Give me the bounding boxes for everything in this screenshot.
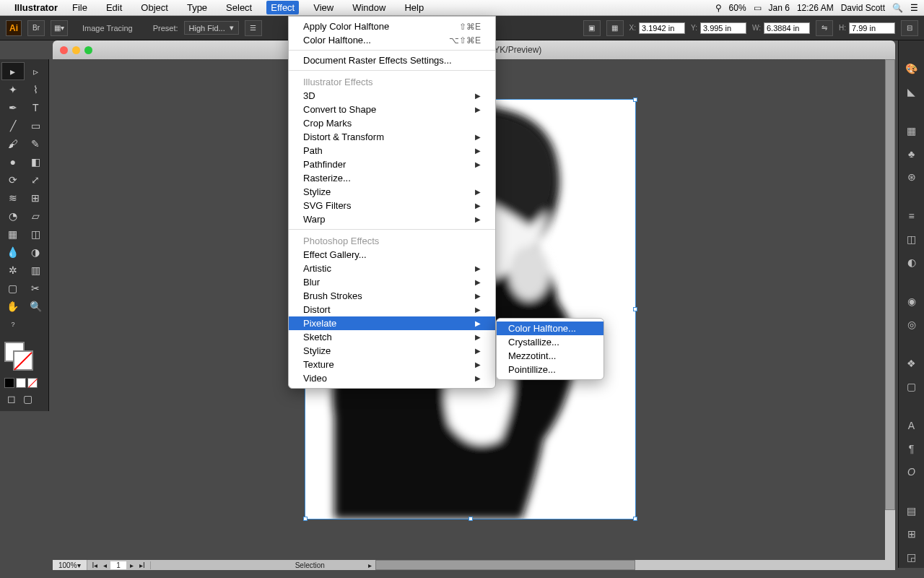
rotate-tool[interactable]: ⟳ bbox=[1, 171, 25, 189]
panel-collapse-icon[interactable]: ⊟ bbox=[901, 20, 918, 36]
toggle-fill-tool[interactable]: ? bbox=[1, 315, 25, 333]
y-field[interactable] bbox=[700, 22, 746, 34]
stroke-swatch[interactable] bbox=[13, 350, 33, 371]
character-panel-icon[interactable]: A bbox=[904, 418, 920, 434]
preset-dropdown[interactable]: High Fid...▾ bbox=[184, 21, 239, 35]
draw-normal-icon[interactable]: ◻ bbox=[4, 392, 19, 405]
mi-3d[interactable]: 3D▶ bbox=[289, 89, 495, 103]
mi-crop-marks[interactable]: Crop Marks bbox=[289, 116, 495, 130]
mi-distort[interactable]: Distort▶ bbox=[289, 303, 495, 316]
horizontal-scroll-thumb[interactable] bbox=[375, 560, 635, 570]
graphic-styles-panel-icon[interactable]: ◎ bbox=[904, 316, 920, 332]
menu-effect[interactable]: Effect bbox=[266, 1, 299, 14]
paintbrush-tool[interactable]: 🖌 bbox=[1, 134, 25, 152]
bridge-button[interactable]: Br bbox=[27, 20, 45, 36]
pencil-tool[interactable]: ✎ bbox=[25, 134, 48, 152]
hand-tool[interactable]: ✋ bbox=[1, 297, 25, 315]
transform-panel-icon[interactable]: ⊞ bbox=[904, 526, 920, 542]
free-transform-tool[interactable]: ⊞ bbox=[25, 189, 48, 207]
pager-next-icon[interactable]: ▸ bbox=[128, 561, 136, 569]
arrange-docs-button[interactable]: ▦▾ bbox=[51, 20, 68, 36]
minimize-window-icon[interactable] bbox=[72, 46, 80, 54]
mi-sketch[interactable]: Sketch▶ bbox=[289, 330, 495, 344]
artboard-pager[interactable]: I◂ ◂ 1 ▸ ▸I bbox=[87, 561, 151, 569]
pager-last-icon[interactable]: ▸I bbox=[137, 561, 147, 569]
direct-selection-tool[interactable]: ▹ bbox=[25, 62, 48, 80]
mi-distort-transform[interactable]: Distort & Transform▶ bbox=[289, 130, 495, 144]
slice-tool[interactable]: ✂ bbox=[25, 279, 48, 297]
paragraph-panel-icon[interactable]: ¶ bbox=[904, 441, 920, 457]
perspective-tool[interactable]: ▱ bbox=[25, 207, 48, 225]
smi-color-halftone[interactable]: Color Halftone... bbox=[497, 322, 603, 335]
fill-swatch[interactable] bbox=[4, 342, 25, 362]
mesh-tool[interactable]: ▦ bbox=[1, 225, 25, 243]
gradient-tool[interactable]: ◫ bbox=[25, 225, 48, 243]
mi-rasterize[interactable]: Rasterize... bbox=[289, 171, 495, 185]
battery-icon[interactable]: ▭ bbox=[754, 3, 762, 13]
w-field[interactable] bbox=[764, 22, 810, 34]
gradient-mode-icon[interactable] bbox=[16, 378, 26, 388]
mi-stylize-ps[interactable]: Stylize▶ bbox=[289, 344, 495, 358]
magic-wand-tool[interactable]: ✦ bbox=[1, 80, 25, 98]
pager-current[interactable]: 1 bbox=[110, 561, 126, 569]
vertical-scroll-thumb[interactable] bbox=[885, 59, 895, 510]
width-tool[interactable]: ≋ bbox=[1, 189, 25, 207]
wifi-icon[interactable]: ⚲ bbox=[715, 3, 722, 13]
color-guide-panel-icon[interactable]: ◣ bbox=[904, 84, 920, 100]
color-mode-icon[interactable] bbox=[4, 378, 14, 388]
mi-pixelate[interactable]: Pixelate▶ bbox=[289, 316, 495, 330]
selection-tool[interactable]: ▸ bbox=[1, 62, 25, 80]
smi-crystallize[interactable]: Crystallize... bbox=[497, 335, 603, 349]
x-field[interactable] bbox=[639, 22, 685, 34]
gradient-panel-icon[interactable]: ◫ bbox=[904, 231, 920, 247]
mi-texture[interactable]: Texture▶ bbox=[289, 358, 495, 371]
zoom-dropdown[interactable]: 100% ▾ bbox=[53, 560, 87, 570]
menu-type[interactable]: Type bbox=[183, 1, 212, 14]
menu-object[interactable]: Object bbox=[136, 1, 173, 14]
mi-effect-gallery[interactable]: Effect Gallery... bbox=[289, 248, 495, 262]
link-wh-icon[interactable]: ⇋ bbox=[816, 20, 833, 36]
artboard-tool[interactable]: ▢ bbox=[1, 279, 25, 297]
zoom-tool[interactable]: 🔍 bbox=[25, 297, 48, 315]
spotlight-icon[interactable]: 🔍 bbox=[892, 3, 903, 13]
zoom-window-icon[interactable] bbox=[84, 46, 92, 54]
user-name[interactable]: David Scott bbox=[841, 3, 885, 13]
blend-tool[interactable]: ◑ bbox=[25, 243, 48, 261]
app-name[interactable]: Illustrator bbox=[14, 2, 58, 13]
mi-doc-raster[interactable]: Document Raster Effects Settings... bbox=[289, 53, 495, 67]
menu-edit[interactable]: Edit bbox=[102, 1, 126, 14]
type-tool[interactable]: T bbox=[25, 98, 48, 116]
shape-builder-tool[interactable]: ◔ bbox=[1, 207, 25, 225]
notifications-icon[interactable]: ☰ bbox=[910, 3, 918, 13]
mi-brush-strokes[interactable]: Brush Strokes▶ bbox=[289, 289, 495, 303]
mi-last-effect[interactable]: Color Halftone...⌥⇧⌘E bbox=[289, 33, 495, 47]
close-window-icon[interactable] bbox=[60, 46, 68, 54]
mi-apply-last[interactable]: Apply Color Halftone⇧⌘E bbox=[289, 20, 495, 33]
menu-window[interactable]: Window bbox=[348, 1, 390, 14]
mi-convert-shape[interactable]: Convert to Shape▶ bbox=[289, 103, 495, 116]
brushes-panel-icon[interactable]: ♣ bbox=[904, 146, 920, 162]
eraser-tool[interactable]: ◧ bbox=[25, 152, 48, 171]
menu-view[interactable]: View bbox=[309, 1, 338, 14]
status-menu-icon[interactable]: ▸ bbox=[368, 561, 372, 569]
tracing-options-button[interactable]: ☰ bbox=[245, 20, 262, 36]
color-panel-icon[interactable]: 🎨 bbox=[904, 61, 920, 77]
appearance-panel-icon[interactable]: ◉ bbox=[904, 293, 920, 309]
align-panel-icon[interactable]: ▦ bbox=[606, 20, 624, 36]
smi-pointillize[interactable]: Pointillize... bbox=[497, 363, 603, 376]
graph-tool[interactable]: ▥ bbox=[25, 261, 48, 279]
swatches-panel-icon[interactable]: ▦ bbox=[904, 123, 920, 139]
mi-video[interactable]: Video▶ bbox=[289, 371, 495, 385]
mi-blur[interactable]: Blur▶ bbox=[289, 275, 495, 289]
smi-mezzotint[interactable]: Mezzotint... bbox=[497, 349, 603, 363]
none-mode-icon[interactable] bbox=[27, 378, 38, 388]
transform-panel-icon[interactable]: ▣ bbox=[583, 20, 601, 36]
mi-path[interactable]: Path▶ bbox=[289, 144, 495, 158]
mi-svg-filters[interactable]: SVG Filters▶ bbox=[289, 199, 495, 212]
layers-panel-icon[interactable]: ❖ bbox=[904, 355, 920, 371]
eyedropper-tool[interactable]: 💧 bbox=[1, 243, 25, 261]
mi-stylize[interactable]: Stylize▶ bbox=[289, 185, 495, 199]
horizontal-scrollbar[interactable] bbox=[375, 560, 895, 570]
opentype-panel-icon[interactable]: O bbox=[904, 464, 920, 480]
transparency-panel-icon[interactable]: ◐ bbox=[904, 254, 920, 270]
